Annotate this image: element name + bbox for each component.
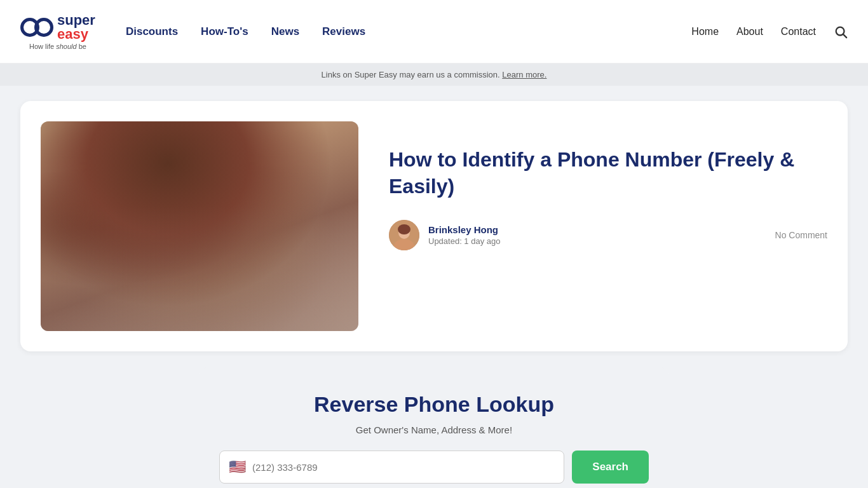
comment-count: No Comment: [775, 230, 827, 240]
right-nav: Home About Contact: [691, 25, 848, 39]
article-title: How to Identify a Phone Number (Freely &…: [389, 147, 827, 200]
disclosure-bar: Links on Super Easy may earn us a commis…: [0, 64, 868, 86]
logo-easy: easy: [57, 27, 95, 41]
flag-icon: 🇺🇸: [229, 459, 246, 475]
nav-about[interactable]: About: [736, 26, 763, 37]
site-header: super easy How life should be Discounts …: [0, 0, 868, 64]
nav-discounts[interactable]: Discounts: [126, 20, 178, 43]
author-updated: Updated: 1 day ago: [428, 236, 766, 246]
main-nav: Discounts How-To's News Reviews: [126, 20, 691, 43]
nav-home[interactable]: Home: [691, 26, 719, 37]
search-button[interactable]: [834, 25, 848, 39]
search-icon: [834, 25, 848, 39]
author-row: Brinksley Hong Updated: 1 day ago No Com…: [389, 220, 827, 250]
disclosure-link[interactable]: Learn more.: [502, 70, 546, 79]
nav-contact[interactable]: Contact: [781, 26, 816, 37]
logo-tagline: How life should be: [29, 43, 86, 50]
logo-icon: super easy: [20, 13, 95, 41]
tool-subtitle: Get Owner's Name, Address & More!: [219, 424, 649, 435]
site-logo[interactable]: super easy How life should be: [20, 13, 95, 50]
svg-line-1: [843, 34, 846, 37]
tool-card: Reverse Phone Lookup Get Owner's Name, A…: [199, 367, 669, 488]
author-name: Brinksley Hong: [428, 224, 766, 235]
nav-reviews[interactable]: Reviews: [322, 20, 365, 43]
logo-circles: [20, 18, 53, 37]
article-image-visual: [41, 121, 358, 331]
logo-brand: super easy: [57, 13, 95, 41]
search-button[interactable]: Search: [572, 451, 649, 484]
logo-circle-right: [34, 18, 53, 37]
author-meta: Brinksley Hong Updated: 1 day ago: [428, 224, 766, 246]
article-image: [41, 121, 358, 331]
tool-section-wrapper: Reverse Phone Lookup Get Owner's Name, A…: [20, 367, 848, 488]
search-row: 🇺🇸 Search: [219, 451, 649, 484]
phone-input-wrapper: 🇺🇸: [219, 451, 564, 484]
article-card: How to Identify a Phone Number (Freely &…: [20, 101, 848, 351]
svg-point-5: [398, 224, 410, 234]
tool-title: Reverse Phone Lookup: [219, 392, 649, 417]
nav-news[interactable]: News: [271, 20, 299, 43]
phone-input[interactable]: [252, 462, 555, 473]
article-info: How to Identify a Phone Number (Freely &…: [389, 121, 827, 250]
disclosure-text: Links on Super Easy may earn us a commis…: [322, 70, 500, 79]
main-content: How to Identify a Phone Number (Freely &…: [0, 86, 868, 488]
logo-super: super: [57, 13, 95, 27]
avatar: [389, 220, 419, 250]
avatar-image: [389, 220, 419, 250]
nav-howtos[interactable]: How-To's: [201, 20, 248, 43]
